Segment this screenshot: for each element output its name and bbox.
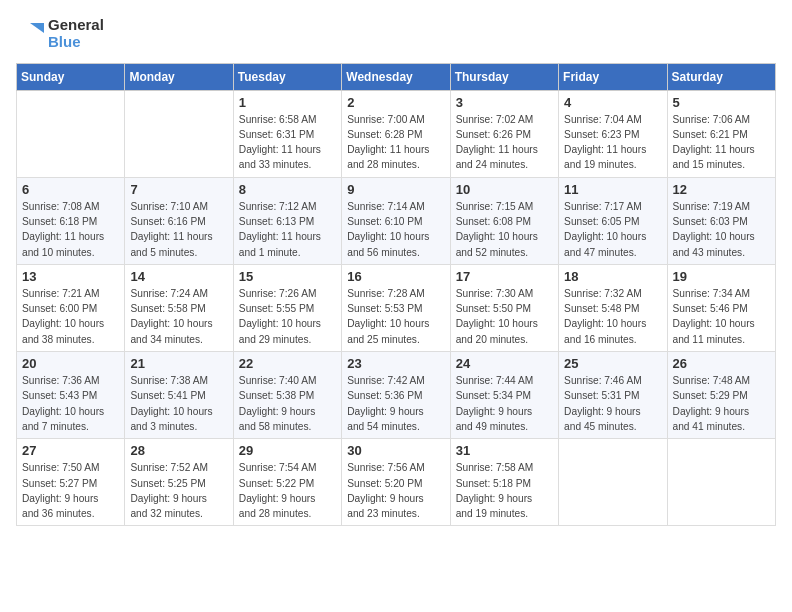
calendar-cell: 3Sunrise: 7:02 AMSunset: 6:26 PMDaylight…: [450, 90, 558, 177]
day-number: 5: [673, 95, 770, 110]
calendar-cell: 5Sunrise: 7:06 AMSunset: 6:21 PMDaylight…: [667, 90, 775, 177]
day-number: 21: [130, 356, 227, 371]
day-info: Sunrise: 7:28 AMSunset: 5:53 PMDaylight:…: [347, 286, 444, 347]
header-row: SundayMondayTuesdayWednesdayThursdayFrid…: [17, 63, 776, 90]
day-number: 6: [22, 182, 119, 197]
col-header-saturday: Saturday: [667, 63, 775, 90]
day-info: Sunrise: 7:26 AMSunset: 5:55 PMDaylight:…: [239, 286, 336, 347]
day-number: 14: [130, 269, 227, 284]
calendar-cell: 13Sunrise: 7:21 AMSunset: 6:00 PMDayligh…: [17, 264, 125, 351]
logo-bird-icon: [16, 19, 44, 47]
col-header-tuesday: Tuesday: [233, 63, 341, 90]
day-info: Sunrise: 6:58 AMSunset: 6:31 PMDaylight:…: [239, 112, 336, 173]
calendar-cell: [559, 439, 667, 526]
calendar-week-2: 6Sunrise: 7:08 AMSunset: 6:18 PMDaylight…: [17, 177, 776, 264]
calendar-cell: 18Sunrise: 7:32 AMSunset: 5:48 PMDayligh…: [559, 264, 667, 351]
day-info: Sunrise: 7:08 AMSunset: 6:18 PMDaylight:…: [22, 199, 119, 260]
page-header: GeneralBlue: [16, 16, 776, 51]
calendar-cell: 1Sunrise: 6:58 AMSunset: 6:31 PMDaylight…: [233, 90, 341, 177]
day-number: 25: [564, 356, 661, 371]
day-info: Sunrise: 7:46 AMSunset: 5:31 PMDaylight:…: [564, 373, 661, 434]
logo-text: GeneralBlue: [48, 16, 104, 51]
day-info: Sunrise: 7:54 AMSunset: 5:22 PMDaylight:…: [239, 460, 336, 521]
day-info: Sunrise: 7:15 AMSunset: 6:08 PMDaylight:…: [456, 199, 553, 260]
day-number: 17: [456, 269, 553, 284]
calendar-cell: [125, 90, 233, 177]
day-info: Sunrise: 7:12 AMSunset: 6:13 PMDaylight:…: [239, 199, 336, 260]
day-info: Sunrise: 7:36 AMSunset: 5:43 PMDaylight:…: [22, 373, 119, 434]
calendar-cell: 24Sunrise: 7:44 AMSunset: 5:34 PMDayligh…: [450, 352, 558, 439]
day-info: Sunrise: 7:10 AMSunset: 6:16 PMDaylight:…: [130, 199, 227, 260]
day-number: 20: [22, 356, 119, 371]
day-info: Sunrise: 7:38 AMSunset: 5:41 PMDaylight:…: [130, 373, 227, 434]
day-info: Sunrise: 7:32 AMSunset: 5:48 PMDaylight:…: [564, 286, 661, 347]
day-number: 13: [22, 269, 119, 284]
calendar-cell: 26Sunrise: 7:48 AMSunset: 5:29 PMDayligh…: [667, 352, 775, 439]
day-number: 22: [239, 356, 336, 371]
calendar-cell: 30Sunrise: 7:56 AMSunset: 5:20 PMDayligh…: [342, 439, 450, 526]
day-info: Sunrise: 7:52 AMSunset: 5:25 PMDaylight:…: [130, 460, 227, 521]
day-info: Sunrise: 7:50 AMSunset: 5:27 PMDaylight:…: [22, 460, 119, 521]
svg-marker-0: [30, 23, 44, 33]
day-number: 24: [456, 356, 553, 371]
day-number: 30: [347, 443, 444, 458]
logo: GeneralBlue: [16, 16, 104, 51]
calendar-cell: 16Sunrise: 7:28 AMSunset: 5:53 PMDayligh…: [342, 264, 450, 351]
calendar-cell: 17Sunrise: 7:30 AMSunset: 5:50 PMDayligh…: [450, 264, 558, 351]
calendar-cell: 21Sunrise: 7:38 AMSunset: 5:41 PMDayligh…: [125, 352, 233, 439]
day-number: 23: [347, 356, 444, 371]
day-number: 26: [673, 356, 770, 371]
calendar-cell: 10Sunrise: 7:15 AMSunset: 6:08 PMDayligh…: [450, 177, 558, 264]
logo-container: GeneralBlue: [16, 16, 104, 51]
day-number: 18: [564, 269, 661, 284]
calendar-cell: 22Sunrise: 7:40 AMSunset: 5:38 PMDayligh…: [233, 352, 341, 439]
col-header-wednesday: Wednesday: [342, 63, 450, 90]
day-number: 1: [239, 95, 336, 110]
day-number: 10: [456, 182, 553, 197]
day-info: Sunrise: 7:02 AMSunset: 6:26 PMDaylight:…: [456, 112, 553, 173]
calendar-cell: 29Sunrise: 7:54 AMSunset: 5:22 PMDayligh…: [233, 439, 341, 526]
calendar-cell: 23Sunrise: 7:42 AMSunset: 5:36 PMDayligh…: [342, 352, 450, 439]
day-info: Sunrise: 7:19 AMSunset: 6:03 PMDaylight:…: [673, 199, 770, 260]
calendar-cell: 7Sunrise: 7:10 AMSunset: 6:16 PMDaylight…: [125, 177, 233, 264]
day-number: 2: [347, 95, 444, 110]
day-info: Sunrise: 7:40 AMSunset: 5:38 PMDaylight:…: [239, 373, 336, 434]
calendar-cell: [17, 90, 125, 177]
day-info: Sunrise: 7:44 AMSunset: 5:34 PMDaylight:…: [456, 373, 553, 434]
calendar-cell: 12Sunrise: 7:19 AMSunset: 6:03 PMDayligh…: [667, 177, 775, 264]
day-number: 28: [130, 443, 227, 458]
calendar-cell: 9Sunrise: 7:14 AMSunset: 6:10 PMDaylight…: [342, 177, 450, 264]
day-number: 27: [22, 443, 119, 458]
day-info: Sunrise: 7:04 AMSunset: 6:23 PMDaylight:…: [564, 112, 661, 173]
day-number: 7: [130, 182, 227, 197]
day-number: 29: [239, 443, 336, 458]
calendar-cell: 28Sunrise: 7:52 AMSunset: 5:25 PMDayligh…: [125, 439, 233, 526]
col-header-thursday: Thursday: [450, 63, 558, 90]
calendar-cell: 27Sunrise: 7:50 AMSunset: 5:27 PMDayligh…: [17, 439, 125, 526]
calendar-week-5: 27Sunrise: 7:50 AMSunset: 5:27 PMDayligh…: [17, 439, 776, 526]
calendar-table: SundayMondayTuesdayWednesdayThursdayFrid…: [16, 63, 776, 527]
day-info: Sunrise: 7:14 AMSunset: 6:10 PMDaylight:…: [347, 199, 444, 260]
col-header-friday: Friday: [559, 63, 667, 90]
calendar-cell: 2Sunrise: 7:00 AMSunset: 6:28 PMDaylight…: [342, 90, 450, 177]
col-header-sunday: Sunday: [17, 63, 125, 90]
day-info: Sunrise: 7:17 AMSunset: 6:05 PMDaylight:…: [564, 199, 661, 260]
calendar-cell: 8Sunrise: 7:12 AMSunset: 6:13 PMDaylight…: [233, 177, 341, 264]
calendar-cell: 31Sunrise: 7:58 AMSunset: 5:18 PMDayligh…: [450, 439, 558, 526]
day-info: Sunrise: 7:58 AMSunset: 5:18 PMDaylight:…: [456, 460, 553, 521]
day-info: Sunrise: 7:00 AMSunset: 6:28 PMDaylight:…: [347, 112, 444, 173]
calendar-cell: 11Sunrise: 7:17 AMSunset: 6:05 PMDayligh…: [559, 177, 667, 264]
calendar-cell: 14Sunrise: 7:24 AMSunset: 5:58 PMDayligh…: [125, 264, 233, 351]
day-number: 12: [673, 182, 770, 197]
calendar-week-1: 1Sunrise: 6:58 AMSunset: 6:31 PMDaylight…: [17, 90, 776, 177]
day-info: Sunrise: 7:42 AMSunset: 5:36 PMDaylight:…: [347, 373, 444, 434]
calendar-cell: 6Sunrise: 7:08 AMSunset: 6:18 PMDaylight…: [17, 177, 125, 264]
day-number: 15: [239, 269, 336, 284]
day-number: 31: [456, 443, 553, 458]
col-header-monday: Monday: [125, 63, 233, 90]
day-number: 16: [347, 269, 444, 284]
day-number: 3: [456, 95, 553, 110]
calendar-cell: 4Sunrise: 7:04 AMSunset: 6:23 PMDaylight…: [559, 90, 667, 177]
calendar-cell: 19Sunrise: 7:34 AMSunset: 5:46 PMDayligh…: [667, 264, 775, 351]
day-info: Sunrise: 7:24 AMSunset: 5:58 PMDaylight:…: [130, 286, 227, 347]
